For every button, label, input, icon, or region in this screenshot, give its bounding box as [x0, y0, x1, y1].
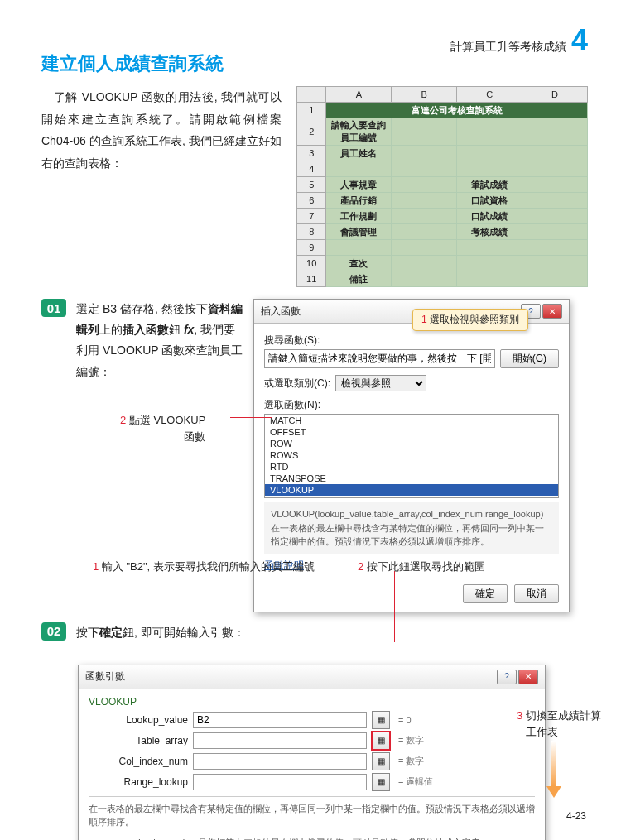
help-icon[interactable]: ?: [497, 670, 517, 684]
leader-line: [230, 417, 272, 418]
step-02-text: 按下確定鈕, 即可開始輸入引數：: [76, 622, 245, 643]
ok-button[interactable]: 確定: [463, 584, 508, 603]
annotation-2: 2 點選 VLOOKUP 函數: [120, 412, 205, 444]
ws-col-a: A: [326, 87, 392, 103]
annotation-d2-2: 2 按下此鈕選取尋找的範圍: [358, 559, 485, 574]
select-function-label: 選取函數(N):: [264, 398, 559, 412]
arg-row-lookup-value: Lookup_value ▦ = 0: [89, 711, 535, 729]
category-label: 或選取類別(C):: [264, 377, 330, 391]
arg-row-col-index: Col_index_num ▦ = 數字: [89, 752, 535, 770]
function-listbox[interactable]: MATCH OFFSET ROW ROWS RTD TRANSPOSE VLOO…: [264, 414, 559, 498]
chapter-header: 計算員工升等考核成績 4: [450, 23, 588, 58]
list-item[interactable]: TRANSPOSE: [265, 473, 558, 484]
step-01-badge: 01: [41, 299, 66, 317]
cancel-button[interactable]: 取消: [514, 584, 559, 603]
search-label: 搜尋函數(S):: [264, 334, 559, 348]
func-desc2: 在一表格的最左欄中尋找含有某特定值的欄位，再傳回同一列中某一指定欄中的值。預設情…: [89, 802, 535, 829]
col-index-input[interactable]: [193, 753, 367, 770]
dialog2-title: 函數引數: [85, 670, 125, 684]
annotation-d2-1: 1 輸入 "B2", 表示要尋找我們所輸入的員工編號: [93, 559, 315, 574]
func-name: VLOOKUP: [89, 696, 535, 708]
range-select-icon[interactable]: ▦: [372, 752, 390, 770]
leader-line: [214, 571, 214, 627]
range-lookup-input[interactable]: [193, 774, 367, 790]
table-array-input[interactable]: [193, 732, 367, 749]
annotation-3: 3 切換至成績計算 工作表: [517, 708, 601, 740]
search-input[interactable]: [264, 349, 495, 368]
page-number: 4-23: [566, 810, 586, 822]
range-select-icon[interactable]: ▦: [372, 773, 390, 791]
chapter-label: 計算員工升等考核成績: [450, 40, 566, 55]
func-desc: 在一表格的最左欄中尋找含有某特定值的欄位，再傳回同一列中某一指定欄中的值。預設情…: [271, 521, 552, 549]
list-item[interactable]: OFFSET: [265, 426, 558, 438]
start-button[interactable]: 開始(G): [500, 349, 559, 368]
arg-row-range-lookup: Range_lookup ▦ = 邏輯值: [89, 773, 535, 791]
func-signature: VLOOKUP(lookup_value,table_array,col_ind…: [271, 507, 552, 521]
arg-row-table-array: Table_array ▦ = 數字: [89, 732, 535, 750]
ws-col-d: D: [522, 87, 588, 103]
ws-corner: [297, 87, 326, 103]
arg-help: Lookup_value 是您打算在表格的最左欄中搜尋的值，可以是數值、參照位址…: [138, 836, 535, 840]
dialog1-title: 插入函數: [261, 305, 301, 319]
list-item[interactable]: ROWS: [265, 449, 558, 461]
callout-1: 1 選取檢視與參照類別: [412, 309, 528, 331]
range-select-icon[interactable]: ▦: [372, 711, 390, 729]
list-item[interactable]: MATCH: [265, 415, 558, 426]
chapter-number: 4: [571, 23, 588, 58]
function-args-dialog: 函數引數 ? ✕ VLOOKUP Lookup_value ▦ = 0 Tabl…: [78, 665, 546, 840]
ws-title: 富達公司考核查詢系統: [326, 103, 588, 118]
category-select[interactable]: 檢視與參照: [335, 375, 426, 391]
worksheet-preview: A B C D 1富達公司考核查詢系統 2請輸入要查詢員工編號 3員工姓名 4 …: [296, 86, 588, 287]
close-icon[interactable]: ✕: [518, 670, 538, 684]
ws-col-b: B: [392, 87, 457, 103]
intro-paragraph: 了解 VLOOKUP 函數的用法後, 我們就可以開始來建立查詢系統了。請開啟範例…: [41, 86, 282, 287]
step-02-badge: 02: [41, 622, 66, 641]
list-item[interactable]: ROW: [265, 438, 558, 449]
ws-col-c: C: [457, 87, 522, 103]
list-item[interactable]: RTD: [265, 461, 558, 473]
leader-line: [394, 571, 395, 642]
list-item-vlookup[interactable]: VLOOKUP: [265, 484, 558, 496]
lookup-value-input[interactable]: [193, 712, 367, 728]
close-icon[interactable]: ✕: [542, 304, 562, 319]
range-select-icon[interactable]: ▦: [372, 732, 390, 750]
arrow-down-icon: [546, 741, 561, 799]
